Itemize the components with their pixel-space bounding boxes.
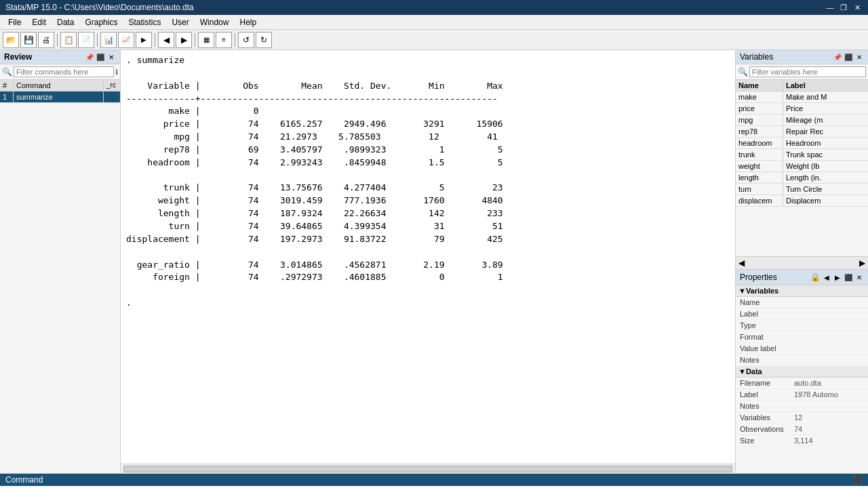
prop-row-label: Format [738, 332, 793, 342]
var-row-rep78[interactable]: rep78 Repair Rec [736, 126, 868, 138]
review-search-help[interactable]: ℹ [115, 68, 118, 77]
toolbar-redo[interactable]: ↻ [256, 32, 272, 48]
prop-variables-header[interactable]: ▼ Variables [736, 285, 868, 297]
prop-row-value [793, 332, 865, 342]
review-header: Review 📌 ⬛ ✕ [0, 50, 120, 64]
prop-row-label: Notes [738, 355, 793, 365]
var-label: Displacem [783, 195, 868, 206]
toolbar: 📂 💾 🖨 📋 📄 📊 📈 ▶ ◀ ▶ ▦ ≡ ↺ ↻ [0, 30, 868, 50]
prop-variables-count-value: 12 [793, 413, 865, 422]
results-panel: . summarize Variable | Obs Mean Std. Dev… [121, 50, 736, 473]
data-collapse-icon: ▼ [738, 367, 746, 375]
review-search-input[interactable] [14, 66, 114, 77]
right-panel: Variables 📌 ⬛ ✕ 🔍 Name Label make Make a… [736, 50, 868, 473]
toolbar-viewer[interactable]: 📄 [78, 32, 94, 48]
var-label: Weight (lb [783, 161, 868, 171]
prop-observations-row: Observations 74 [736, 424, 868, 435]
review-panel: Review 📌 ⬛ ✕ 🔍 ℹ # Command _rc 1 summari… [0, 50, 121, 473]
var-row-displacem[interactable]: displacem Displacem [736, 195, 868, 207]
menu-help[interactable]: Help [234, 16, 262, 28]
variables-dock[interactable]: ⬛ [844, 52, 853, 62]
prop-data-header[interactable]: ▼ Data [736, 366, 868, 378]
prop-row-label: Variables [738, 413, 793, 422]
variables-pin[interactable]: 📌 [833, 52, 842, 62]
variables-section: Variables 📌 ⬛ ✕ 🔍 Name Label make Make a… [736, 50, 868, 270]
variables-search-input[interactable] [749, 66, 866, 77]
review-row-num: 1 [0, 92, 14, 102]
toolbar-variables-mgr[interactable]: ≡ [216, 32, 232, 48]
prop-row-value [793, 309, 865, 319]
horizontal-scrollbar[interactable] [123, 466, 732, 472]
properties-header: Properties 🔒 ◀ ▶ ⬛ ✕ [736, 270, 868, 285]
menu-user[interactable]: User [166, 16, 194, 28]
var-row-length[interactable]: length Length (in. [736, 172, 868, 184]
var-row-trunk[interactable]: trunk Trunk spac [736, 149, 868, 161]
results-text: . summarize Variable | Obs Mean Std. Dev… [126, 54, 730, 310]
review-col-cmd: Command [14, 80, 104, 91]
menu-edit[interactable]: Edit [26, 16, 52, 28]
toolbar-print[interactable]: 🖨 [38, 32, 54, 48]
prop-row-label: Filename [738, 378, 793, 388]
toolbar-graph2[interactable]: 📈 [118, 32, 134, 48]
toolbar-doedit[interactable]: ▶ [136, 32, 152, 48]
close-button[interactable]: ✕ [852, 2, 863, 13]
var-row-headroom[interactable]: headroom Headroom [736, 138, 868, 149]
toolbar-data-editor[interactable]: ▦ [198, 32, 214, 48]
review-pin[interactable]: 📌 [85, 52, 94, 62]
prop-filename-row: Filename auto.dta [736, 378, 868, 389]
review-title: Review [4, 52, 32, 62]
toolbar-arrow-left[interactable]: ◀ [158, 32, 174, 48]
toolbar-graph[interactable]: 📊 [100, 32, 117, 48]
properties-dock[interactable]: ⬛ [844, 272, 853, 282]
var-name: rep78 [736, 126, 783, 137]
toolbar-arrow-right[interactable]: ▶ [176, 32, 192, 48]
variables-title: Variables [740, 52, 773, 62]
properties-section: Properties 🔒 ◀ ▶ ⬛ ✕ ▼ Variables Name [736, 270, 868, 473]
command-label: Command [5, 475, 43, 485]
results-content[interactable]: . summarize Variable | Obs Mean Std. Dev… [121, 50, 735, 464]
var-row-weight[interactable]: weight Weight (lb [736, 161, 868, 172]
var-label: Length (in. [783, 172, 868, 183]
var-row-price[interactable]: price Price [736, 103, 868, 115]
var-row-mpg[interactable]: mpg Mileage (m [736, 115, 868, 126]
title-bar: Stata/MP 15.0 - C:\Users\Video\Documents… [0, 0, 868, 15]
var-row-make[interactable]: make Make and M [736, 92, 868, 103]
prop-row-value [793, 321, 865, 330]
prop-datalabel-row: Label 1978 Automo [736, 389, 868, 401]
toolbar-undo[interactable]: ↺ [238, 32, 254, 48]
review-close[interactable]: ✕ [106, 52, 116, 62]
menu-window[interactable]: Window [195, 16, 235, 28]
variables-scroll-left[interactable]: ◀ [738, 258, 745, 268]
variables-controls: 📌 ⬛ ✕ [833, 52, 864, 62]
variables-nav: ◀ ▶ [736, 256, 868, 269]
var-name: weight [736, 161, 783, 171]
lock-icon[interactable]: 🔒 [810, 272, 821, 283]
variables-col-label: Label [783, 80, 868, 91]
toolbar-save[interactable]: 💾 [20, 32, 37, 48]
prop-variables-count-row: Variables 12 [736, 412, 868, 424]
toolbar-log[interactable]: 📋 [60, 32, 77, 48]
prop-variables-label: Variables [746, 287, 778, 295]
variables-scroll-right[interactable]: ▶ [859, 258, 865, 268]
command-header-icon[interactable]: ⬛ [853, 476, 863, 485]
var-name: displacem [736, 195, 783, 206]
menu-file[interactable]: File [3, 16, 26, 28]
review-row[interactable]: 1 summarize [0, 92, 120, 103]
var-name: mpg [736, 115, 783, 125]
menu-statistics[interactable]: Statistics [123, 16, 166, 28]
prop-row-label: Size [738, 436, 793, 445]
variables-close[interactable]: ✕ [854, 52, 864, 62]
prop-type-row: Type [736, 320, 868, 331]
menu-data[interactable]: Data [52, 16, 79, 28]
properties-prev[interactable]: ◀ [822, 272, 831, 282]
review-dock[interactable]: ⬛ [96, 52, 105, 62]
variables-search-bar: 🔍 [736, 64, 868, 80]
maximize-button[interactable]: ❐ [838, 2, 849, 13]
menu-graphics[interactable]: Graphics [79, 16, 123, 28]
minimize-button[interactable]: — [825, 2, 835, 13]
properties-next[interactable]: ▶ [833, 272, 842, 282]
toolbar-open[interactable]: 📂 [3, 32, 19, 48]
var-row-turn[interactable]: turn Turn Circle [736, 184, 868, 195]
properties-close[interactable]: ✕ [854, 272, 864, 282]
prop-row-label: Notes [738, 401, 793, 411]
